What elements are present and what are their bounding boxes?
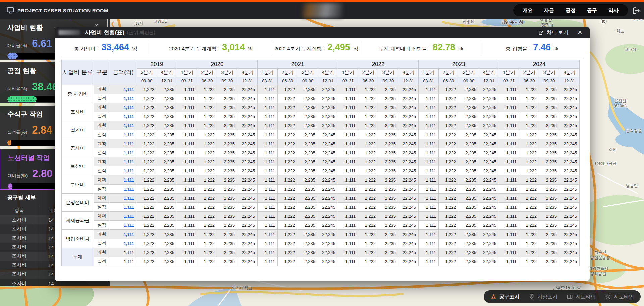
- value-cell: 22,245: [237, 157, 258, 166]
- sidebar-collapse-icon[interactable]: ❮: [111, 21, 115, 27]
- value-cell: 22,245: [559, 166, 580, 175]
- value-cell: 1,111: [419, 257, 439, 266]
- quarter-header: 4분기: [559, 69, 580, 77]
- category-cell: 공사비: [62, 139, 94, 157]
- table-row: 제세공과금계획1,1111,2222,2351,1111,2222,23522,…: [62, 212, 580, 221]
- nav-item-section[interactable]: 공구: [587, 7, 597, 14]
- value-cell: 2,235: [157, 121, 177, 130]
- value-cell: 1,111: [177, 257, 197, 266]
- value-cell: 1,222: [278, 185, 298, 194]
- value-cell: 22,245: [479, 194, 499, 203]
- value-cell: 1,222: [519, 139, 539, 148]
- value-cell: 1,111: [258, 112, 278, 121]
- value-cell: 22,245: [398, 257, 419, 266]
- value-cell: 2,235: [539, 239, 559, 248]
- nav-item-history[interactable]: 역사: [608, 7, 619, 14]
- close-icon[interactable]: ✕: [578, 29, 582, 36]
- amount-cell: 1,111: [110, 157, 137, 166]
- value-cell: 1,222: [137, 257, 157, 266]
- value-cell: 22,245: [479, 85, 499, 94]
- map-control-cone[interactable]: 공구표시: [490, 294, 520, 300]
- logout-icon[interactable]: [631, 6, 641, 16]
- value-cell: 2,235: [378, 257, 398, 266]
- value-cell: 2,235: [378, 221, 398, 230]
- value-cell: 1,222: [358, 85, 378, 94]
- value-cell: 2,235: [298, 103, 318, 112]
- value-cell: 2,235: [217, 130, 237, 139]
- value-cell: 2,235: [298, 94, 318, 103]
- category-cell: 조사비: [62, 103, 94, 121]
- nav-item-process[interactable]: 공정: [566, 7, 576, 14]
- value-cell: 1,222: [278, 94, 298, 103]
- value-cell: 1,111: [338, 148, 358, 157]
- row-type-cell: 실적: [94, 239, 110, 248]
- value-cell: 1,222: [137, 112, 157, 121]
- year-header: 2022: [338, 60, 419, 69]
- modal-unit-note: (단위:백만원): [127, 30, 155, 36]
- value-cell: 22,245: [318, 175, 338, 185]
- map-label: 고래산: [624, 47, 636, 52]
- value-cell: 1,222: [137, 121, 157, 130]
- category-cell: 제세공과금: [62, 212, 94, 230]
- value-cell: 1,111: [258, 103, 278, 112]
- value-cell: 1,111: [419, 194, 439, 203]
- value-cell: 1,222: [197, 212, 217, 221]
- value-cell: 2,235: [157, 94, 177, 103]
- value-cell: 2,235: [298, 85, 318, 94]
- screen: 고양CC퇴계원남양주시청제1청사백봉산(587m)화도문안산고래산운길산(610…: [0, 0, 644, 306]
- amount-cell: 1,111: [110, 257, 137, 266]
- value-cell: 22,245: [479, 121, 499, 130]
- value-cell: 2,235: [217, 194, 237, 203]
- map-control-map[interactable]: 지도타입: [567, 294, 596, 300]
- amount-cell: 1,111: [110, 130, 137, 139]
- value-cell: 22,245: [237, 139, 258, 148]
- value-cell: 1,222: [439, 166, 459, 175]
- value-cell: 22,245: [479, 257, 499, 266]
- map-control-pin[interactable]: 지점표기: [529, 294, 557, 300]
- map-label: (610m): [614, 104, 627, 108]
- value-cell: 22,245: [479, 166, 499, 175]
- value-cell: 1,222: [137, 239, 157, 248]
- map-controls: 공구표시지점표기지도타입지도타입: [484, 290, 641, 303]
- value-cell: 1,222: [197, 221, 217, 230]
- value-cell: 1,222: [358, 239, 378, 248]
- row-type-cell: 계획: [94, 157, 110, 166]
- value-cell: 22,245: [318, 248, 338, 257]
- quarter-header: 1분기: [499, 69, 519, 77]
- value-cell: 1,222: [197, 194, 217, 203]
- row-type-cell: 실적: [94, 257, 110, 266]
- value-cell: 2,235: [298, 166, 318, 175]
- nav-item-overview[interactable]: 개요: [523, 7, 533, 14]
- date-header: 09-30: [459, 77, 479, 85]
- value-cell: 2,235: [459, 103, 479, 112]
- row-type-cell: 실적: [94, 203, 110, 212]
- category-cell: 누계: [62, 248, 94, 266]
- table-row: 조사비계획1,1111,2222,2351,1111,2222,23522,24…: [62, 103, 580, 112]
- value-cell: 2,235: [539, 166, 559, 175]
- value-cell: 1,111: [499, 194, 519, 203]
- map-label: 고양CC: [153, 19, 167, 24]
- value-cell: 22,245: [398, 166, 419, 175]
- value-cell: 1,222: [197, 121, 217, 130]
- view-chart-button[interactable]: 차트 보기: [538, 29, 568, 36]
- map-control-sun[interactable]: 지도타입: [605, 294, 634, 300]
- value-cell: 2,235: [539, 230, 559, 239]
- value-cell: 2,235: [539, 257, 559, 266]
- year-header: 2020: [177, 60, 258, 69]
- value-cell: 1,111: [499, 203, 519, 212]
- value-cell: 22,245: [479, 130, 499, 139]
- nav-item-funds[interactable]: 자금: [544, 7, 554, 14]
- value-cell: 1,222: [439, 221, 459, 230]
- date-header: 03-31: [499, 77, 519, 85]
- value-cell: 2,235: [217, 203, 237, 212]
- map-control-label: 지도타입: [576, 294, 596, 300]
- value-cell: 1,111: [177, 230, 197, 239]
- map-label: 남양주시청: [501, 19, 523, 26]
- category-cell: 보상비: [62, 157, 94, 175]
- date-header: 03-31: [419, 77, 439, 85]
- value-cell: 1,222: [519, 221, 539, 230]
- category-cell: 부대비: [62, 175, 94, 194]
- quarter-header: 4분기: [398, 69, 419, 77]
- map-label: 광주종합터미널: [553, 285, 581, 291]
- value-cell: 1,111: [419, 85, 439, 94]
